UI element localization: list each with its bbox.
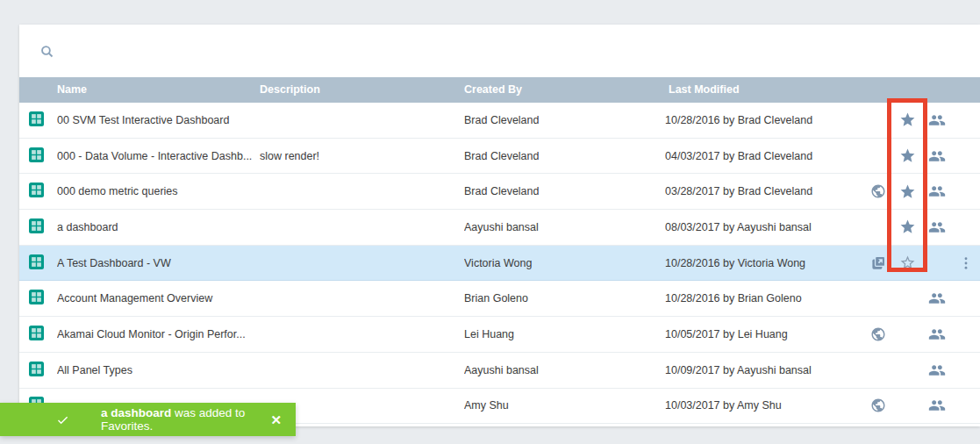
row-created-by: Brad Cleveland	[464, 185, 665, 197]
dashboard-icon	[29, 362, 44, 376]
row-created-by: Victoria Wong	[464, 257, 665, 269]
row-last-modified: 10/28/2016 by Brian Goleno	[665, 292, 864, 304]
row-name: Akamai Cloud Monitor - Origin Perfor...	[57, 328, 260, 340]
favorite-star-cell[interactable]	[892, 147, 922, 164]
row-created-by: Lei Huang	[464, 328, 665, 340]
dashboard-icon	[29, 111, 44, 126]
row-created-by: Brian Goleno	[464, 292, 665, 304]
row-name: 000 demo metric queries	[57, 185, 260, 197]
table-body: 00 SVM Test Interactive DashboardBrad Cl…	[19, 103, 980, 424]
row-last-modified: 08/03/2017 by Aayushi bansal	[665, 221, 864, 233]
favorite-star-cell[interactable]	[892, 183, 922, 200]
table-row[interactable]: Akamai Cloud Monitor - Origin Perfor...L…	[19, 317, 980, 353]
star-outline-icon[interactable]	[899, 254, 916, 271]
column-header-name[interactable]: Name	[57, 77, 87, 103]
row-name: A Test Dashboard - VW	[57, 257, 260, 269]
table-row[interactable]: Account Management OverviewBrian Goleno1…	[19, 281, 980, 317]
row-last-modified: 10/05/2017 by Lei Huang	[665, 328, 864, 340]
row-last-modified: 04/03/2017 by Brad Cleveland	[665, 150, 864, 162]
dashboard-icon	[29, 218, 44, 233]
toast-message: a dashboard was added to Favorites.	[101, 406, 270, 433]
favorite-star-cell[interactable]	[892, 254, 922, 271]
star-filled-icon[interactable]	[899, 111, 916, 128]
share-icon[interactable]	[870, 254, 887, 271]
row-name: 00 SVM Test Interactive Dashboard	[57, 114, 260, 126]
table-row[interactable]: 00 SVM Test Interactive DashboardBrad Cl…	[19, 103, 980, 139]
people-icon[interactable]	[928, 111, 946, 129]
star-filled-icon[interactable]	[899, 147, 916, 164]
row-name: 000 - Data Volume - Interactive Dashb...	[57, 150, 260, 162]
dashboard-icon	[29, 147, 44, 162]
toast-notification: a dashboard was added to Favorites. ✕	[0, 403, 296, 436]
search-icon	[39, 44, 54, 59]
people-icon[interactable]	[928, 183, 946, 200]
search-bar[interactable]	[19, 25, 980, 77]
star-filled-icon[interactable]	[899, 183, 916, 200]
column-header-description[interactable]: Description	[260, 77, 320, 103]
column-header-created-by[interactable]: Created By	[464, 77, 522, 103]
people-icon[interactable]	[928, 290, 946, 307]
row-last-modified: 03/28/2017 by Brad Cleveland	[665, 185, 864, 197]
search-input[interactable]	[67, 44, 980, 58]
toast-dashboard-name: a dashboard	[101, 406, 171, 419]
people-icon[interactable]	[928, 218, 946, 236]
favorite-star-cell[interactable]	[892, 111, 922, 128]
check-icon	[56, 413, 69, 426]
globe-icon	[870, 183, 886, 199]
row-last-modified: 10/28/2016 by Brad Cleveland	[665, 114, 864, 126]
table-header: Name Description Created By Last Modifie…	[19, 77, 980, 103]
globe-icon	[870, 397, 886, 413]
close-icon[interactable]: ✕	[270, 413, 282, 426]
globe-icon	[870, 326, 886, 342]
row-created-by: Aayushi bansal	[464, 364, 665, 376]
dashboard-icon	[29, 183, 44, 197]
people-icon[interactable]	[928, 362, 946, 379]
row-name: Account Management Overview	[57, 292, 260, 304]
dashboards-list-panel: Name Description Created By Last Modifie…	[19, 25, 980, 426]
people-icon[interactable]	[928, 326, 946, 343]
row-created-by: Aayushi bansal	[464, 221, 665, 233]
row-created-by: Amy Shu	[464, 399, 665, 412]
row-name: All Panel Types	[57, 364, 260, 376]
star-filled-icon[interactable]	[899, 218, 916, 235]
dashboard-icon	[29, 290, 44, 304]
dashboard-icon	[29, 326, 44, 340]
table-row[interactable]: 000 demo metric queriesBrad Cleveland03/…	[19, 174, 980, 210]
favorite-star-cell[interactable]	[892, 218, 922, 235]
people-icon[interactable]	[928, 397, 946, 414]
row-name: a dashboard	[57, 221, 260, 233]
kebab-menu-icon[interactable]	[958, 255, 974, 271]
table-row[interactable]: A Test Dashboard - VWVictoria Wong10/28/…	[19, 246, 980, 282]
table-row[interactable]: All Panel TypesAayushi bansal10/09/2017 …	[19, 353, 980, 389]
row-created-by: Brad Cleveland	[464, 150, 665, 162]
column-header-last-modified[interactable]: Last Modified	[669, 77, 740, 103]
people-icon[interactable]	[928, 147, 946, 165]
row-last-modified: 10/28/2016 by Victoria Wong	[665, 257, 864, 269]
dashboard-icon	[29, 254, 44, 269]
row-description: slow render!	[260, 150, 464, 162]
table-row[interactable]: a dashboardAayushi bansal08/03/2017 by A…	[19, 210, 980, 246]
row-created-by: Brad Cleveland	[464, 114, 665, 126]
row-last-modified: 10/09/2017 by Aayushi bansal	[665, 364, 864, 376]
row-last-modified: 10/03/2017 by Amy Shu	[665, 399, 864, 412]
table-row[interactable]: 000 - Data Volume - Interactive Dashb...…	[19, 139, 980, 175]
